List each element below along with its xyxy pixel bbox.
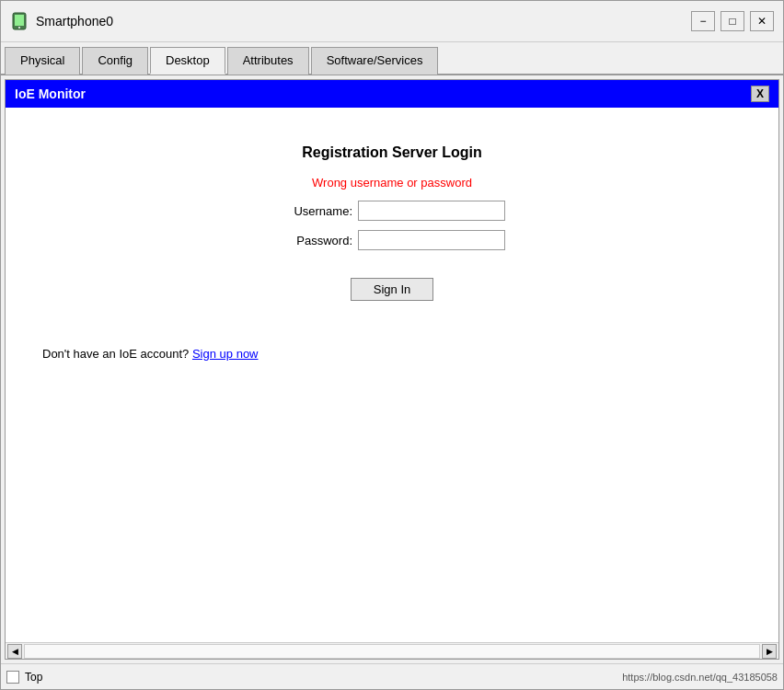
horizontal-scrollbar: ◀ ▶ <box>6 642 778 659</box>
tab-desktop[interactable]: Desktop <box>150 47 225 75</box>
scroll-area[interactable]: Registration Server Login Wrong username… <box>6 108 778 642</box>
inner-panel: IoE Monitor X Registration Server Login … <box>5 79 779 660</box>
top-label: Top <box>25 671 42 684</box>
tab-software-services[interactable]: Software/Services <box>311 47 439 75</box>
main-content: IoE Monitor X Registration Server Login … <box>1 75 783 663</box>
username-input[interactable] <box>358 201 505 221</box>
tab-config[interactable]: Config <box>82 47 148 75</box>
tab-attributes[interactable]: Attributes <box>227 47 309 75</box>
ioe-monitor-header: IoE Monitor X <box>6 80 778 108</box>
scroll-left-arrow[interactable]: ◀ <box>7 644 22 659</box>
username-row: Username: <box>279 201 505 221</box>
ioe-monitor-title: IoE Monitor <box>15 86 86 101</box>
status-bar: Top https://blog.csdn.net/qq_43185058 <box>1 663 783 689</box>
tab-physical[interactable]: Physical <box>5 47 80 75</box>
scroll-right-arrow[interactable]: ▶ <box>762 644 777 659</box>
top-checkbox[interactable] <box>6 671 19 684</box>
signup-row: Don't have an IoE account? Sign up now <box>24 347 760 361</box>
password-row: Password: <box>279 230 505 250</box>
window-controls: − □ ✕ <box>691 11 774 31</box>
signup-link[interactable]: Sign up now <box>192 347 259 361</box>
ioe-close-button[interactable]: X <box>751 86 769 102</box>
login-container: Registration Server Login Wrong username… <box>24 126 760 319</box>
password-label: Password: <box>279 234 352 247</box>
sign-in-row: Sign In <box>351 278 433 301</box>
window-title: Smartphone0 <box>36 14 691 29</box>
signup-text: Don't have an IoE account? <box>42 347 189 361</box>
svg-rect-1 <box>15 15 24 26</box>
title-bar: Smartphone0 − □ ✕ <box>1 1 783 42</box>
inner-body: Registration Server Login Wrong username… <box>6 108 778 642</box>
minimize-button[interactable]: − <box>691 11 715 31</box>
svg-point-2 <box>18 27 20 29</box>
username-label: Username: <box>279 204 352 218</box>
tab-bar: Physical Config Desktop Attributes Softw… <box>1 42 783 75</box>
app-icon <box>10 12 29 30</box>
error-message: Wrong username or password <box>312 176 472 190</box>
maximize-button[interactable]: □ <box>721 11 744 31</box>
status-left: Top <box>6 671 42 684</box>
password-input[interactable] <box>358 230 505 250</box>
scroll-track[interactable] <box>24 644 760 659</box>
close-button[interactable]: ✕ <box>750 11 774 31</box>
sign-in-button[interactable]: Sign In <box>351 278 433 301</box>
login-title: Registration Server Login <box>302 144 482 161</box>
status-url: https://blog.csdn.net/qq_43185058 <box>622 672 778 683</box>
main-window: Smartphone0 − □ ✕ Physical Config Deskto… <box>0 0 784 690</box>
